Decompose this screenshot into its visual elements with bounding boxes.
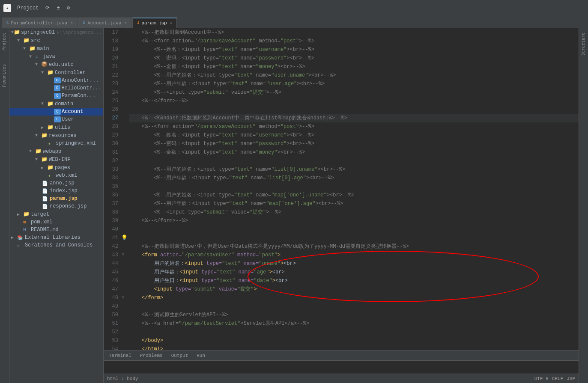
code-line-41 xyxy=(129,234,579,242)
tree-item-annocontroller[interactable]: ▼ C AnnoContr... xyxy=(9,77,103,84)
tree-item-springmvc01[interactable]: ▼ 📁 springmvc01 F:\springmvc0... xyxy=(9,28,103,36)
label-user: User xyxy=(62,116,74,122)
arrow-user: · xyxy=(48,116,54,122)
code-line-43: <form action="/param/saveUser" method="p… xyxy=(129,251,579,259)
bottom-tab-output[interactable]: Output xyxy=(170,353,190,358)
code-lines[interactable]: <%--把数据封装到Account中--%> <%--<form action=… xyxy=(128,28,579,350)
tree-item-paramjsp[interactable]: · 📄 param.jsp xyxy=(9,195,103,202)
label-annojsp: anno.jsp xyxy=(50,180,75,186)
tree-item-annojsp[interactable]: · 📄 anno.jsp xyxy=(9,179,103,187)
app-container: ✦ Project ⟳ ± ⚙ C ParamController.java ✕… xyxy=(0,0,588,383)
tree-item-hellocontroller[interactable]: · C HelloContr... xyxy=(9,84,103,92)
icon-paramjsp: 📄 xyxy=(42,196,49,202)
label-extlibs: External Libraries xyxy=(25,235,81,240)
arrow-controller: ▼ xyxy=(41,70,47,75)
tab-close-paramcontroller[interactable]: ✕ xyxy=(70,21,72,25)
tree-item-indexjsp[interactable]: · 📄 index.jsp xyxy=(9,187,103,195)
tab-close-account[interactable]: ✕ xyxy=(124,21,126,25)
arrow-utils: ▶ xyxy=(41,125,47,130)
menu-project[interactable]: Project xyxy=(15,4,41,12)
project-v-tab[interactable]: Project xyxy=(1,30,8,53)
code-line-52 xyxy=(129,328,579,336)
status-line-sep[interactable]: CRLF xyxy=(552,376,563,381)
tab-close-paramjsp[interactable]: ✕ xyxy=(170,21,172,26)
tree-item-scratches[interactable]: · ✏ Scratches and Consoles xyxy=(9,241,103,249)
code-line-28: <%--<form action="/param/saveAccount" me… xyxy=(129,122,579,131)
tab-paramcontroller[interactable]: C ParamController.java ✕ xyxy=(2,18,78,28)
left-v-tabs: Project Favorites xyxy=(0,28,9,383)
path-springmvc01: F:\springmvc0... xyxy=(57,30,102,35)
label-utils: utils xyxy=(55,125,70,131)
tree-item-extlibs[interactable]: ▶ 📚 External Libraries xyxy=(9,234,103,241)
bottom-panel-content xyxy=(104,361,579,374)
icon-utils: 📁 xyxy=(47,124,54,131)
arrow-scratches: · xyxy=(11,242,17,248)
tree-item-java[interactable]: ▼ ☕ java xyxy=(9,53,103,60)
status-bar: html › body UTF-8 CRLF JSP xyxy=(104,374,579,383)
arrow-indexjsp: · xyxy=(36,188,42,194)
code-line-48: </form> xyxy=(129,294,579,302)
arrow-src: ▼ xyxy=(17,38,23,43)
tree-item-resources[interactable]: ▼ 📁 resources xyxy=(9,131,103,140)
structure-v-tab[interactable]: Structure xyxy=(580,30,587,58)
tab-account[interactable]: C Account.java ✕ xyxy=(78,18,131,28)
tree-item-readme[interactable]: · M README.md xyxy=(9,226,103,234)
code-line-50: <%--测试原生的Servlet的API--%> xyxy=(129,311,579,319)
code-line-34: <%--用户年龄：<input type="text" name="list[0… xyxy=(129,174,579,182)
tree-item-user[interactable]: · C User xyxy=(9,116,103,123)
tree-item-utils[interactable]: ▶ 📁 utils xyxy=(9,123,103,131)
bottom-panel-header: Terminal Problems Output Run xyxy=(104,350,579,361)
icon-responsejsp: 📄 xyxy=(42,204,49,209)
tree-item-account[interactable]: · C Account xyxy=(9,108,103,116)
tree-item-springmvcxml[interactable]: · ✦ springmvc.xml xyxy=(9,140,103,147)
tree-item-src[interactable]: ▼ 📁 src xyxy=(9,36,103,45)
tree-item-main[interactable]: ▼ 📁 main xyxy=(9,45,103,53)
menu-icon-refresh[interactable]: ⟳ xyxy=(43,4,52,12)
tree-item-pages[interactable]: ▶ 📁 pages xyxy=(9,163,103,172)
tab-param-jsp[interactable]: J param.jsp ✕ xyxy=(132,18,177,28)
code-line-35 xyxy=(129,182,579,191)
status-breadcrumb: html › body xyxy=(107,376,138,381)
tab-label-account: Account.java xyxy=(87,21,121,26)
tree-item-webinf[interactable]: ▼ 📁 WEB-INF xyxy=(9,155,103,163)
arrow-webxml: · xyxy=(42,172,48,178)
arrow-webinf: ▼ xyxy=(35,157,41,162)
arrow-pages: ▶ xyxy=(41,165,47,170)
tree-item-paramcontroller[interactable]: · C ParamCon... xyxy=(9,92,103,100)
favorites-v-tab[interactable]: Favorites xyxy=(1,62,8,90)
icon-paramcontroller: C xyxy=(54,93,61,99)
tree-item-domain[interactable]: ▼ 📁 domain xyxy=(9,100,103,108)
label-springmvcxml: springmvc.xml xyxy=(56,140,96,146)
tree-item-eduustc[interactable]: ▼ 📦 edu.ustc xyxy=(9,60,103,68)
arrow-paramjsp: · xyxy=(36,196,42,202)
status-encoding[interactable]: UTF-8 xyxy=(534,376,549,381)
label-indexjsp: index.jsp xyxy=(50,188,78,194)
bottom-tab-run[interactable]: Run xyxy=(195,353,207,358)
status-file-type[interactable]: JSP xyxy=(567,376,575,381)
label-webapp: webapp xyxy=(43,148,61,154)
code-line-29: <%--姓名：<input type="text" name="username… xyxy=(129,131,579,140)
tree-item-target[interactable]: ▶ 📁 target xyxy=(9,210,103,218)
code-line-44: 用户的姓名：<input type="text" name="uname"><b… xyxy=(129,259,579,268)
bottom-tab-terminal[interactable]: Terminal xyxy=(107,353,133,358)
tree-item-controller[interactable]: ▼ 📁 Controller xyxy=(9,68,103,77)
tree-item-pomxml[interactable]: · m pom.xml xyxy=(9,218,103,226)
arrow-springmvcxml: · xyxy=(42,140,48,146)
code-line-30: <%--密码：<input type="text" name="password… xyxy=(129,140,579,148)
tab-icon-account: C xyxy=(83,21,85,25)
label-domain: domain xyxy=(55,101,73,107)
code-line-38: <%--<input type="submit" value="提交">--%> xyxy=(129,208,579,217)
code-line-53: </body> xyxy=(129,336,579,345)
icon-account: C xyxy=(54,109,61,115)
icon-user: C xyxy=(54,116,61,122)
tree-item-responsejsp[interactable]: · 📄 response.jsp xyxy=(9,202,103,210)
menu-icon-settings[interactable]: ⚙ xyxy=(64,4,72,12)
tree-item-webxml[interactable]: · ✦ web.xml xyxy=(9,172,103,179)
icon-springmvc01: 📁 xyxy=(14,29,20,36)
tree-item-webapp[interactable]: ▼ 📁 webapp xyxy=(9,147,103,155)
icon-webxml: ✦ xyxy=(48,173,55,178)
menu-icon-diff[interactable]: ± xyxy=(54,4,62,12)
code-editor[interactable]: 17 18 19 20 21 22 23 24 25 26 27 28 29 3… xyxy=(104,28,579,383)
bottom-tab-problems[interactable]: Problems xyxy=(138,353,164,358)
icon-pomxml: m xyxy=(23,220,30,225)
